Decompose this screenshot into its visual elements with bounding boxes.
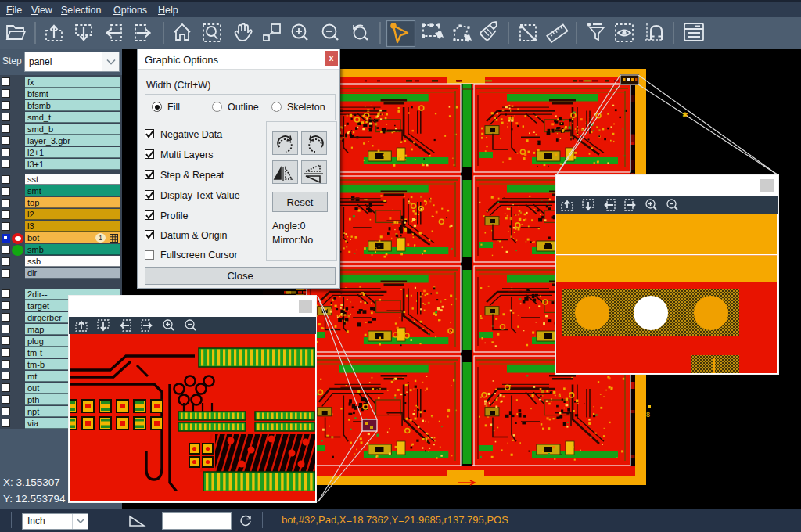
- svg-text:8: 8: [646, 411, 650, 419]
- svg-text:✱: ✱: [682, 111, 688, 119]
